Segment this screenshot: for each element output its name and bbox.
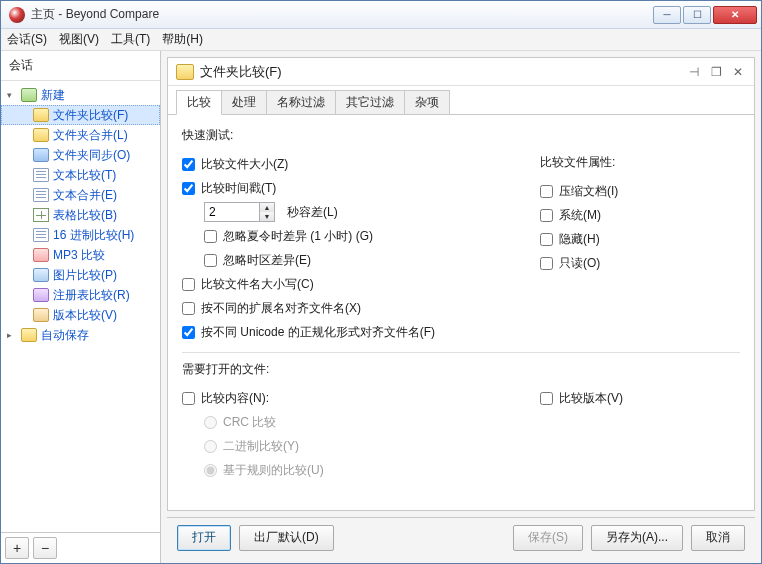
close-panel-icon[interactable]: ✕: [730, 65, 746, 79]
tab-name-filter[interactable]: 名称过滤: [266, 90, 336, 114]
save-button[interactable]: 保存(S): [513, 525, 583, 551]
maximize-button[interactable]: ☐: [683, 6, 711, 24]
label-system: 系统(M): [559, 207, 601, 224]
spin-down-icon[interactable]: ▼: [260, 212, 274, 221]
label-readonly: 只读(O): [559, 255, 600, 272]
checkbox-ignore-dst[interactable]: [204, 230, 217, 243]
window-title: 主页 - Beyond Compare: [31, 6, 653, 23]
tab-misc[interactable]: 杂项: [404, 90, 450, 114]
spin-up-icon[interactable]: ▲: [260, 203, 274, 212]
pin-icon[interactable]: ⊣: [686, 65, 702, 79]
tree-label: 注册表比较(R): [53, 287, 130, 304]
checkbox-compare-version[interactable]: [540, 392, 553, 405]
checkbox-readonly[interactable]: [540, 257, 553, 270]
tab-compare[interactable]: 比较: [176, 90, 222, 115]
tree-item-version-compare[interactable]: 版本比较(V): [1, 305, 160, 325]
doc-icon: [33, 168, 49, 182]
label-compare-time: 比较时间戳(T): [201, 180, 276, 197]
picture-icon: [33, 268, 49, 282]
tree-label: 表格比较(B): [53, 207, 117, 224]
registry-icon: [33, 288, 49, 302]
checkbox-compare-time[interactable]: [182, 182, 195, 195]
tree-label: 文件夹比较(F): [53, 107, 128, 124]
panel-title: 文件夹比较(F): [200, 63, 680, 81]
tree-item-mp3-compare[interactable]: MP3 比较: [1, 245, 160, 265]
tree-node-new[interactable]: ▾ 新建: [1, 85, 160, 105]
checkbox-hidden[interactable]: [540, 233, 553, 246]
seconds-label: 秒容差(L): [287, 204, 338, 221]
label-binary: 二进制比较(Y): [223, 438, 299, 455]
quick-test-label: 快速测试:: [182, 127, 740, 144]
checkbox-align-ext[interactable]: [182, 302, 195, 315]
box-icon: [21, 88, 37, 102]
disclosure-icon[interactable]: ▸: [7, 330, 17, 340]
tree-label: 文本比较(T): [53, 167, 116, 184]
checkbox-align-unicode[interactable]: [182, 326, 195, 339]
menu-help[interactable]: 帮助(H): [162, 31, 203, 48]
tree-node-autosave[interactable]: ▸ 自动保存: [1, 325, 160, 345]
grid-icon: [33, 208, 49, 222]
saveas-button[interactable]: 另存为(A)...: [591, 525, 683, 551]
remove-button[interactable]: −: [33, 537, 57, 559]
tree-label: 文件夹同步(O): [53, 147, 130, 164]
tree-item-picture-compare[interactable]: 图片比较(P): [1, 265, 160, 285]
checkbox-compare-size[interactable]: [182, 158, 195, 171]
label-compare-content: 比较内容(N):: [201, 390, 269, 407]
checkbox-archive[interactable]: [540, 185, 553, 198]
tree-label: 16 进制比较(H): [53, 227, 134, 244]
menu-session[interactable]: 会话(S): [7, 31, 47, 48]
folder-icon: [33, 108, 49, 122]
seconds-spinner[interactable]: ▲▼: [204, 202, 275, 222]
tab-handling[interactable]: 处理: [221, 90, 267, 114]
folder-icon: [21, 328, 37, 342]
tree-item-registry-compare[interactable]: 注册表比较(R): [1, 285, 160, 305]
sidebar: 会话 ▾ 新建 文件夹比较(F) 文件夹合并(L) 文件夹同步(O) 文本比较(…: [1, 51, 161, 563]
tree-item-folder-compare[interactable]: 文件夹比较(F): [1, 105, 160, 125]
tree-item-table-compare[interactable]: 表格比较(B): [1, 205, 160, 225]
checkbox-compare-case[interactable]: [182, 278, 195, 291]
tree-label: 新建: [41, 87, 65, 104]
open-button[interactable]: 打开: [177, 525, 231, 551]
footer-bar: 打开 出厂默认(D) 保存(S) 另存为(A)... 取消: [167, 517, 755, 557]
tree-item-folder-merge[interactable]: 文件夹合并(L): [1, 125, 160, 145]
cancel-button[interactable]: 取消: [691, 525, 745, 551]
tab-other-filter[interactable]: 其它过滤: [335, 90, 405, 114]
close-button[interactable]: ✕: [713, 6, 757, 24]
sidebar-header: 会话: [1, 51, 160, 81]
radio-rules: [204, 464, 217, 477]
menu-bar: 会话(S) 视图(V) 工具(T) 帮助(H): [1, 29, 761, 51]
label-hidden: 隐藏(H): [559, 231, 600, 248]
tree-item-folder-sync[interactable]: 文件夹同步(O): [1, 145, 160, 165]
tree-label: 文本合并(E): [53, 187, 117, 204]
attr-label: 比较文件属性:: [540, 154, 740, 171]
label-ignore-dst: 忽略夏令时差异 (1 小时) (G): [223, 228, 373, 245]
restore-icon[interactable]: ❐: [708, 65, 724, 79]
tree-item-hex-compare[interactable]: 16 进制比较(H): [1, 225, 160, 245]
tree-item-text-merge[interactable]: 文本合并(E): [1, 185, 160, 205]
label-crc: CRC 比较: [223, 414, 276, 431]
disclosure-icon[interactable]: ▾: [7, 90, 17, 100]
mp3-icon: [33, 248, 49, 262]
tree-label: 文件夹合并(L): [53, 127, 128, 144]
window-titlebar: 主页 - Beyond Compare ─ ☐ ✕: [1, 1, 761, 29]
label-archive: 压缩文档(I): [559, 183, 618, 200]
menu-tools[interactable]: 工具(T): [111, 31, 150, 48]
seconds-input[interactable]: [204, 202, 260, 222]
folder-icon: [176, 64, 194, 80]
radio-crc: [204, 416, 217, 429]
version-icon: [33, 308, 49, 322]
checkbox-compare-content[interactable]: [182, 392, 195, 405]
app-icon: [9, 7, 25, 23]
label-compare-case: 比较文件名大小写(C): [201, 276, 314, 293]
tree-item-text-compare[interactable]: 文本比较(T): [1, 165, 160, 185]
tree-label: MP3 比较: [53, 247, 105, 264]
add-button[interactable]: +: [5, 537, 29, 559]
tree-label: 版本比较(V): [53, 307, 117, 324]
label-rules: 基于规则的比较(U): [223, 462, 324, 479]
minimize-button[interactable]: ─: [653, 6, 681, 24]
checkbox-system[interactable]: [540, 209, 553, 222]
defaults-button[interactable]: 出厂默认(D): [239, 525, 334, 551]
menu-view[interactable]: 视图(V): [59, 31, 99, 48]
checkbox-ignore-tz[interactable]: [204, 254, 217, 267]
label-align-unicode: 按不同 Unicode 的正规化形式对齐文件名(F): [201, 324, 435, 341]
